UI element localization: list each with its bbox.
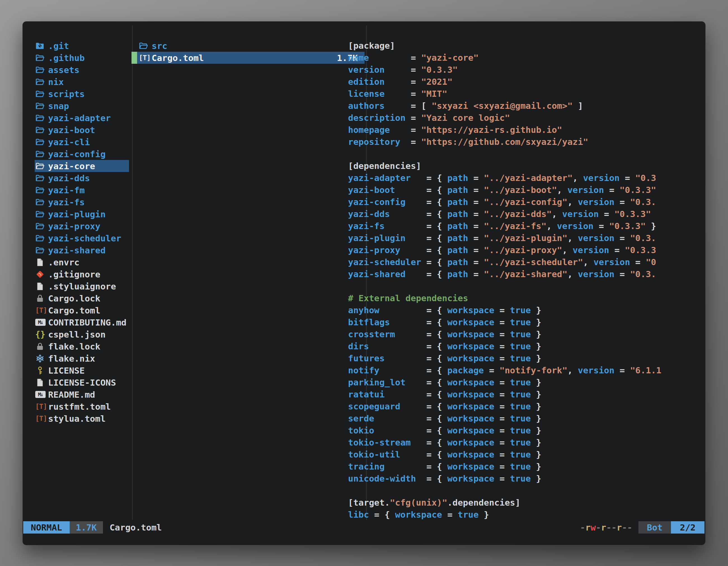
lock-icon (35, 342, 48, 351)
preview-line: yazi-dds = { path = "../yazi-dds", versi… (348, 208, 698, 220)
middle-item-cargo-toml[interactable]: [T]Cargo.toml1.7K (131, 52, 366, 64)
sidebar-item-stylua-toml[interactable]: [T]stylua.toml (23, 412, 132, 424)
file-name: yazi-core (48, 161, 95, 171)
file-name: yazi-scheduler (48, 233, 121, 243)
sidebar-item--styluaignore[interactable]: .styluaignore (23, 280, 132, 292)
folder-open-icon (35, 173, 48, 183)
sidebar-item-yazi-scheduler[interactable]: yazi-scheduler (23, 232, 132, 244)
toml-icon: [T] (139, 54, 152, 62)
preview-line: authors = [ "sxyazi <sxyazi@gmail.com>" … (348, 100, 698, 112)
preview-line: bitflags = { workspace = true } (348, 316, 698, 328)
file-name: yazi-plugin (48, 209, 105, 219)
preview-line: parking_lot = { workspace = true } (348, 376, 698, 388)
cursor-page-indicator: 2/2 (671, 521, 704, 534)
sidebar-item-yazi-fs[interactable]: yazi-fs (23, 196, 132, 208)
sidebar-item-yazi-shared[interactable]: yazi-shared (23, 244, 132, 256)
file-name: yazi-dds (48, 173, 90, 183)
preview-line: scopeguard = { workspace = true } (348, 400, 698, 412)
folder-open-icon (35, 234, 48, 243)
sidebar-item-readme-md[interactable]: M↓README.md (23, 388, 132, 400)
sidebar-item-nix[interactable]: nix (23, 76, 132, 88)
status-right-group: -rw-r--r-- Bot 2/2 (580, 521, 704, 534)
preview-line: yazi-adapter = { path = "../yazi-adapter… (348, 172, 698, 184)
preview-line: futures = { workspace = true } (348, 352, 698, 364)
terminal-window: .git.githubassetsnixscriptssnapyazi-adap… (22, 21, 706, 545)
toml-icon: [T] (35, 414, 48, 422)
preview-line: # External dependencies (348, 292, 698, 304)
file-name: assets (48, 65, 79, 75)
file-name: yazi-config (48, 149, 105, 159)
folder-open-icon (35, 113, 48, 123)
folder-open-icon (35, 89, 48, 99)
sidebar-item-cargo-lock[interactable]: Cargo.lock (23, 292, 132, 304)
file-name: nix (48, 77, 64, 87)
sidebar-item--github[interactable]: .github (23, 52, 132, 64)
folder-open-icon (35, 137, 48, 147)
preview-line: version = "0.3.3" (348, 64, 698, 76)
folder-open-icon (35, 125, 48, 135)
preview-line: yazi-fs = { path = "../yazi-fs", version… (348, 220, 698, 232)
sidebar-item-yazi-proxy[interactable]: yazi-proxy (23, 220, 132, 232)
sidebar-item-flake-lock[interactable]: flake.lock (23, 340, 132, 352)
sidebar-item--gitignore[interactable]: .gitignore (23, 268, 132, 280)
folder-open-icon (35, 161, 48, 171)
sidebar-item-flake-nix[interactable]: flake.nix (23, 352, 132, 364)
markdown-icon: M↓ (35, 391, 48, 398)
file-name: LICENSE (48, 365, 85, 375)
status-bar: NORMAL 1.7K Cargo.toml -rw-r--r-- Bot 2/… (23, 521, 704, 534)
file-name: yazi-fs (48, 197, 85, 207)
preview-line: name = "yazi-core" (348, 52, 698, 64)
sidebar-item-yazi-fm[interactable]: yazi-fm (23, 184, 132, 196)
sidebar-item-yazi-dds[interactable]: yazi-dds (23, 172, 132, 184)
sidebar-item--envrc[interactable]: .envrc (23, 256, 132, 268)
folder-open-icon (35, 53, 48, 63)
preview-line: description = "Yazi core logic" (348, 112, 698, 124)
file-name: .git (48, 41, 69, 51)
sidebar-item-assets[interactable]: assets (23, 64, 132, 76)
sidebar-item-yazi-core[interactable]: yazi-core (23, 160, 132, 172)
preview-line: edition = "2021" (348, 76, 698, 88)
file-name: yazi-proxy (48, 221, 100, 231)
preview-line: unicode-width = { workspace = true } (348, 473, 698, 485)
sidebar-item-yazi-adapter[interactable]: yazi-adapter (23, 112, 132, 124)
file-name: README.md (48, 389, 95, 400)
json-icon: {} (35, 329, 48, 339)
file-name: src (152, 41, 167, 51)
preview-line (348, 485, 698, 497)
sidebar-item-license[interactable]: LICENSE (23, 364, 132, 376)
preview-line: crossterm = { workspace = true } (348, 328, 698, 340)
sidebar-item-cargo-toml[interactable]: [T]Cargo.toml (23, 304, 132, 316)
file-icon (35, 378, 48, 387)
sidebar-item-snap[interactable]: snap (23, 100, 132, 112)
sidebar-item-yazi-cli[interactable]: yazi-cli (23, 136, 132, 148)
file-name: Cargo.toml (48, 305, 100, 315)
markdown-icon: M↓ (35, 319, 48, 326)
file-icon (35, 282, 48, 291)
sidebar-item-license-icons[interactable]: LICENSE-ICONS (23, 376, 132, 388)
sidebar-item-contributing-md[interactable]: M↓CONTRIBUTING.md (23, 316, 132, 328)
preview-line: [package] (348, 40, 698, 52)
preview-line: [dependencies] (348, 160, 698, 172)
sidebar-item-rustfmt-toml[interactable]: [T]rustfmt.toml (23, 400, 132, 412)
sidebar-item--git[interactable]: .git (23, 40, 132, 52)
middle-item-src[interactable]: src (131, 40, 366, 52)
preview-line: notify = { package = "notify-fork", vers… (348, 364, 698, 376)
folder-open-icon (35, 198, 48, 207)
toml-icon: [T] (35, 306, 48, 314)
sidebar-item-cspell-json[interactable]: {}cspell.json (23, 328, 132, 340)
file-name: flake.nix (48, 353, 95, 363)
preview-line: [target."cfg(unix)".dependencies] (348, 497, 698, 509)
folder-open-icon (35, 149, 48, 159)
sidebar-item-yazi-plugin[interactable]: yazi-plugin (23, 208, 132, 220)
preview-line: tokio-util = { workspace = true } (348, 448, 698, 461)
preview-line: ratatui = { workspace = true } (348, 388, 698, 400)
sidebar-item-yazi-boot[interactable]: yazi-boot (23, 124, 132, 136)
file-name: stylua.toml (48, 414, 105, 424)
preview-line: yazi-shared = { path = "../yazi-shared",… (348, 268, 698, 280)
sidebar-item-scripts[interactable]: scripts (23, 88, 132, 100)
sidebar-item-yazi-config[interactable]: yazi-config (23, 148, 132, 160)
folder-open-icon (35, 65, 48, 75)
file-name: .github (48, 53, 85, 63)
preview-line: tokio-stream = { workspace = true } (348, 436, 698, 448)
file-name: flake.lock (48, 341, 100, 351)
